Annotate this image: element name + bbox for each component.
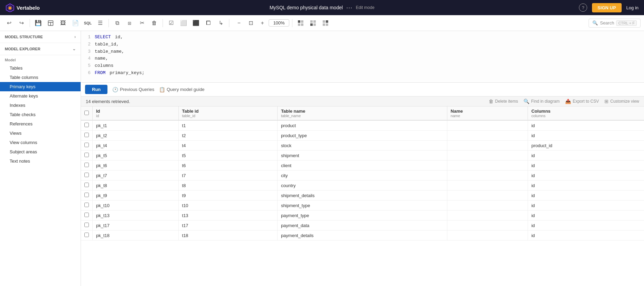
sql-lines: 1 SELECT id, 2 table_id, 3 table_name, 4… (81, 34, 644, 77)
row-checkbox-cell[interactable] (81, 191, 93, 201)
align-left-button[interactable]: ⬜ (178, 18, 189, 29)
row-checkbox[interactable] (84, 163, 89, 167)
sql-button[interactable]: SQL (82, 18, 93, 29)
zoom-fit-button[interactable]: ⊡ (245, 18, 256, 29)
view-mode-3-button[interactable] (320, 18, 331, 29)
align-center-button[interactable]: ⬛ (190, 18, 201, 29)
row-checkbox-cell[interactable] (81, 120, 93, 131)
row-checkbox[interactable] (84, 173, 89, 177)
main: MODEL STRUCTURE › MODEL EXPLORER ⌄ Model… (0, 31, 644, 286)
run-button[interactable]: Run (85, 85, 107, 94)
table-row: pk_t5 t5 shipment id (81, 151, 644, 161)
sidebar-item-references[interactable]: References (0, 119, 81, 129)
cut-button[interactable]: ✂ (136, 18, 147, 29)
help-button[interactable]: ? (579, 3, 587, 12)
results-table-wrap: Id id Table id table_id (81, 106, 644, 286)
row-checkbox[interactable] (84, 123, 89, 127)
sql-editor[interactable]: 1 SELECT id, 2 table_id, 3 table_name, 4… (81, 31, 644, 83)
row-checkbox-cell[interactable] (81, 141, 93, 151)
row-checkbox-cell[interactable] (81, 161, 93, 171)
svg-rect-6 (298, 20, 300, 23)
title-menu-dots[interactable]: ⋯ (346, 4, 352, 11)
row-checkbox-cell[interactable] (81, 211, 93, 221)
view-mode-1-button[interactable] (295, 18, 306, 29)
row-checkbox-cell[interactable] (81, 201, 93, 211)
header-name: Name name (447, 106, 528, 120)
zoom-out-button[interactable]: − (233, 18, 245, 29)
add-table-button[interactable] (45, 18, 56, 29)
sidebar-item-subject-areas[interactable]: Subject areas (0, 147, 81, 156)
zoom-display[interactable]: 100% (269, 19, 289, 27)
logo[interactable]: Vertabelo (6, 3, 40, 12)
row-checkbox-cell[interactable] (81, 171, 93, 181)
save-button[interactable]: 💾 (33, 18, 44, 29)
cell-id: pk_t5 (93, 151, 179, 161)
row-checkbox-cell[interactable] (81, 151, 93, 161)
cell-name (447, 181, 528, 191)
results-bar: 14 elements retrieved. 🗑 Delete items 🔍 … (81, 96, 644, 106)
row-checkbox-cell[interactable] (81, 181, 93, 191)
sidebar-item-primary-keys[interactable]: Primary keys (0, 82, 81, 91)
connector-button[interactable]: ↳ (215, 18, 226, 29)
customize-view-button[interactable]: ⊞ Customize view (604, 99, 639, 104)
query-guide-link[interactable]: 📋 Query model guide (159, 87, 205, 92)
cell-columns: product_id (528, 141, 644, 151)
layers-button[interactable]: ⧠ (203, 18, 214, 29)
row-checkbox[interactable] (84, 203, 89, 207)
model-group-label: Model (0, 55, 81, 63)
copy-button[interactable]: ⧉ (112, 18, 123, 29)
toggle-panel-button[interactable]: ☰ (95, 18, 106, 29)
table-head: Id id Table id table_id (81, 106, 644, 120)
export-csv-button[interactable]: 📤 Export to CSV (565, 99, 599, 104)
sidebar-item-table-columns[interactable]: Table columns (0, 73, 81, 82)
redo-button[interactable]: ↪ (16, 18, 27, 29)
row-checkbox-cell[interactable] (81, 131, 93, 141)
sidebar-item-table-checks[interactable]: Table checks (0, 110, 81, 119)
title-area: MySQL demo physical data model ⋯ Edit mo… (270, 4, 375, 11)
previous-queries-link[interactable]: 🕐 Previous Queries (112, 87, 154, 92)
cell-name (447, 171, 528, 181)
row-checkbox[interactable] (84, 233, 89, 237)
paste-button[interactable]: ⧆ (124, 18, 135, 29)
pdf-button[interactable]: 📄 (70, 18, 81, 29)
log-in-button[interactable]: Log in (626, 5, 638, 10)
row-checkbox[interactable] (84, 193, 89, 197)
delete-button[interactable]: 🗑 (149, 18, 160, 29)
sidebar-item-text-notes[interactable]: Text notes (0, 156, 81, 166)
svg-rect-11 (313, 20, 316, 23)
view-mode-2-button[interactable] (308, 18, 319, 29)
undo-button[interactable]: ↩ (3, 18, 14, 29)
row-checkbox[interactable] (84, 133, 89, 137)
cell-table-name: payment_details (277, 231, 447, 241)
row-checkbox[interactable] (84, 223, 89, 227)
cell-table-name: shipment_details (277, 191, 447, 201)
row-checkbox[interactable] (84, 153, 89, 157)
row-checkbox-cell[interactable] (81, 221, 93, 231)
sidebar-item-alternate-keys[interactable]: Alternate keys (0, 91, 81, 101)
row-checkbox[interactable] (84, 143, 89, 147)
row-checkbox[interactable] (84, 183, 89, 187)
sidebar-item-views[interactable]: Views (0, 129, 81, 138)
sidebar-item-view-columns[interactable]: View columns (0, 138, 81, 147)
zoom-in-button[interactable]: + (257, 18, 268, 29)
sign-up-button[interactable]: SIGN UP (592, 3, 621, 12)
cell-id: pk_t7 (93, 171, 179, 181)
image-button[interactable]: 🖼 (58, 18, 69, 29)
sidebar-item-subject-areas-label: Subject areas (10, 149, 37, 154)
search-shortcut: CTRL + F (616, 20, 637, 26)
row-checkbox[interactable] (84, 213, 89, 217)
header-checkbox[interactable] (81, 106, 93, 120)
checkbox-button[interactable]: ☑ (166, 18, 177, 29)
model-explorer-header[interactable]: MODEL EXPLORER ⌄ (0, 43, 81, 55)
cell-name (447, 141, 528, 151)
sidebar-item-tables[interactable]: Tables (0, 63, 81, 73)
select-all-checkbox[interactable] (84, 111, 89, 115)
model-structure-header[interactable]: MODEL STRUCTURE › (0, 31, 81, 43)
row-checkbox-cell[interactable] (81, 231, 93, 241)
delete-items-button[interactable]: 🗑 Delete items (489, 99, 518, 104)
sidebar-item-indexes[interactable]: Indexes (0, 101, 81, 110)
find-in-diagram-button[interactable]: 🔍 Find in diagram (523, 99, 560, 104)
search-area[interactable]: 🔍 Search CTRL + F (589, 19, 641, 28)
cell-table-name: shipment_type (277, 201, 447, 211)
cell-name (447, 211, 528, 221)
